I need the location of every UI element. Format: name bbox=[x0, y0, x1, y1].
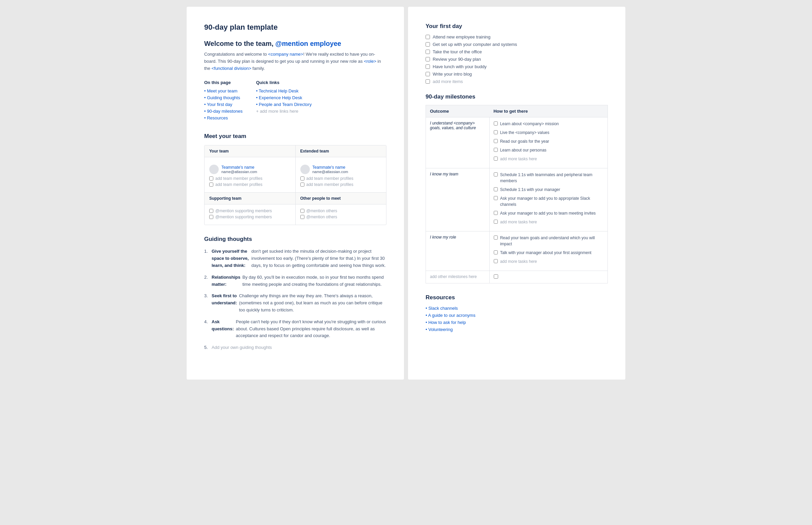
quick-link-add[interactable]: add more links here bbox=[256, 109, 312, 114]
checkbox-3[interactable] bbox=[300, 177, 304, 180]
first-day-checkbox-1[interactable] bbox=[425, 35, 430, 39]
first-day-add-item[interactable]: add more items bbox=[425, 79, 608, 84]
task-cb-1-4[interactable] bbox=[494, 148, 498, 152]
add-member-checkbox-1[interactable]: add team member profiles bbox=[209, 176, 290, 181]
first-day-checkbox-3[interactable] bbox=[425, 49, 430, 54]
task-1-1[interactable]: Learn about <company> mission bbox=[494, 121, 603, 127]
task-cb-2-3[interactable] bbox=[494, 196, 498, 200]
checkbox-other-1[interactable] bbox=[300, 209, 304, 213]
doc-title: 90-day plan template bbox=[204, 23, 387, 32]
task-1-add[interactable]: add more tasks here bbox=[494, 156, 603, 162]
task-cb-3-1[interactable] bbox=[494, 236, 498, 240]
task-cb-3-2[interactable] bbox=[494, 250, 498, 254]
checkbox-other-2[interactable] bbox=[300, 215, 304, 219]
checkbox-1[interactable] bbox=[209, 177, 213, 180]
checkbox-support-1[interactable] bbox=[209, 209, 213, 213]
task-list-2: Schedule 1:1s with teammates and periphe… bbox=[494, 172, 603, 225]
first-day-task-5[interactable]: Have lunch with your buddy bbox=[425, 64, 608, 69]
task-cb-1-1[interactable] bbox=[494, 121, 498, 125]
task-cb-1-3[interactable] bbox=[494, 139, 498, 143]
division-placeholder[interactable]: <functional division> bbox=[212, 66, 252, 71]
add-member-checkbox-3[interactable]: add team member profiles bbox=[300, 176, 382, 181]
task-2-2[interactable]: Schedule 1:1s with your manager bbox=[494, 186, 603, 193]
task-3-add[interactable]: add more tasks here bbox=[494, 258, 603, 265]
resource-2[interactable]: A guide to our acronyms bbox=[425, 313, 608, 318]
add-member-checkbox-2[interactable]: add team member profiles bbox=[209, 182, 290, 187]
first-day-task-3[interactable]: Take the tour of the office bbox=[425, 49, 608, 54]
task-3-1[interactable]: Read your team goals and understand whic… bbox=[494, 235, 603, 247]
role-placeholder[interactable]: <role> bbox=[364, 59, 376, 64]
other-people-quadrant: @mention others @mention others bbox=[296, 205, 387, 225]
first-day-checkbox-2[interactable] bbox=[425, 42, 430, 47]
team-content-row-2: @mention supporting members @mention sup… bbox=[205, 205, 386, 225]
mention-support-2[interactable]: @mention supporting members bbox=[209, 214, 290, 219]
add-member-label-2: add team member profiles bbox=[215, 182, 262, 187]
task-list-1: Learn about <company> mission Live the <… bbox=[494, 121, 603, 162]
mention-employee[interactable]: @mention employee bbox=[275, 40, 341, 47]
page-container: 90-day plan template Welcome to the team… bbox=[186, 7, 626, 379]
task-cb-2-4[interactable] bbox=[494, 211, 498, 215]
company-placeholder[interactable]: <company name> bbox=[268, 51, 303, 57]
task-cb-4-placeholder[interactable] bbox=[494, 274, 498, 279]
on-this-page-item[interactable]: Your first day bbox=[204, 102, 243, 107]
task-1-4[interactable]: Learn about our personas bbox=[494, 147, 603, 153]
resources-heading: Resources bbox=[425, 294, 608, 301]
guiding-add-thought[interactable]: Add your own guiding thoughts bbox=[204, 344, 387, 351]
first-day-task-2[interactable]: Get set up with your computer and system… bbox=[425, 42, 608, 47]
task-cb-1-add[interactable] bbox=[494, 156, 498, 161]
task-3-2[interactable]: Talk with your manager about your first … bbox=[494, 250, 603, 256]
first-day-checkbox-5[interactable] bbox=[425, 64, 430, 69]
first-day-add-checkbox[interactable] bbox=[425, 79, 430, 84]
quick-link-item[interactable]: Technical Help Desk bbox=[256, 88, 312, 93]
task-cb-2-add[interactable] bbox=[494, 220, 498, 224]
first-day-checkbox-4[interactable] bbox=[425, 57, 430, 61]
task-2-4[interactable]: Ask your manager to add you to team meet… bbox=[494, 210, 603, 216]
checkbox-2[interactable] bbox=[209, 182, 213, 186]
task-1-2[interactable]: Live the <company> values bbox=[494, 130, 603, 136]
task-cb-2-2[interactable] bbox=[494, 187, 498, 191]
first-day-list: Attend new employee training Get set up … bbox=[425, 34, 608, 84]
guiding-thoughts-list: Give yourself the space to observe, lear… bbox=[204, 248, 387, 351]
quick-link-item[interactable]: People and Team Directory bbox=[256, 102, 312, 107]
checkbox-4[interactable] bbox=[300, 182, 304, 186]
left-panel: 90-day plan template Welcome to the team… bbox=[186, 7, 404, 379]
first-day-task-6[interactable]: Write your intro blog bbox=[425, 72, 608, 77]
on-this-page-item[interactable]: Meet your team bbox=[204, 88, 243, 93]
task-2-3[interactable]: Ask your manager to add you to appropria… bbox=[494, 195, 603, 208]
first-day-task-4[interactable]: Review your 90-day plan bbox=[425, 57, 608, 62]
mention-support-1[interactable]: @mention supporting members bbox=[209, 209, 290, 213]
resources-list: Slack channels A guide to our acronyms H… bbox=[425, 306, 608, 332]
on-this-page-item[interactable]: Guiding thoughts bbox=[204, 95, 243, 100]
resource-4[interactable]: Volunteering bbox=[425, 327, 608, 332]
resource-1[interactable]: Slack channels bbox=[425, 306, 608, 311]
your-team-header: Your team bbox=[205, 146, 296, 157]
task-1-3[interactable]: Read our goals for the year bbox=[494, 138, 603, 145]
supporting-team-quadrant: @mention supporting members @mention sup… bbox=[205, 205, 296, 225]
team-member-1: Teammate's name name@atlassian.com bbox=[209, 165, 290, 174]
team-member-2: Teammate's name name@atlassian.com bbox=[300, 165, 382, 174]
first-day-checkbox-6[interactable] bbox=[425, 72, 430, 76]
task-cb-1-2[interactable] bbox=[494, 130, 498, 134]
checkbox-support-2[interactable] bbox=[209, 215, 213, 219]
your-team-quadrant: Teammate's name name@atlassian.com add t… bbox=[205, 157, 296, 193]
milestones-table: Outcome How to get there I understand <c… bbox=[425, 105, 608, 283]
quick-link-item[interactable]: Experience Help Desk bbox=[256, 95, 312, 100]
on-this-page-item[interactable]: Resources bbox=[204, 115, 243, 120]
add-member-label-3: add team member profiles bbox=[306, 176, 354, 181]
task-2-1[interactable]: Schedule 1:1s with teammates and periphe… bbox=[494, 172, 603, 184]
team-header-row: Your team Extended team bbox=[205, 146, 386, 157]
task-cb-2-1[interactable] bbox=[494, 172, 498, 177]
mention-other-2[interactable]: @mention others bbox=[300, 214, 382, 219]
page-links-section: On this page Meet your team Guiding thou… bbox=[204, 80, 387, 122]
task-cb-3-add[interactable] bbox=[494, 259, 498, 263]
task-2-add[interactable]: add more tasks here bbox=[494, 219, 603, 225]
milestone-outcome-4[interactable]: add other milestones here bbox=[426, 271, 490, 283]
on-this-page-heading: On this page bbox=[204, 80, 243, 85]
mention-other-1[interactable]: @mention others bbox=[300, 209, 382, 213]
team-content-row-1: Teammate's name name@atlassian.com add t… bbox=[205, 157, 386, 193]
first-day-task-1[interactable]: Attend new employee training bbox=[425, 34, 608, 40]
on-this-page-item[interactable]: 90-day milestones bbox=[204, 109, 243, 114]
add-member-checkbox-4[interactable]: add team member profiles bbox=[300, 182, 382, 187]
resource-3[interactable]: How to ask for help bbox=[425, 320, 608, 325]
meet-team-heading: Meet your team bbox=[204, 133, 387, 140]
